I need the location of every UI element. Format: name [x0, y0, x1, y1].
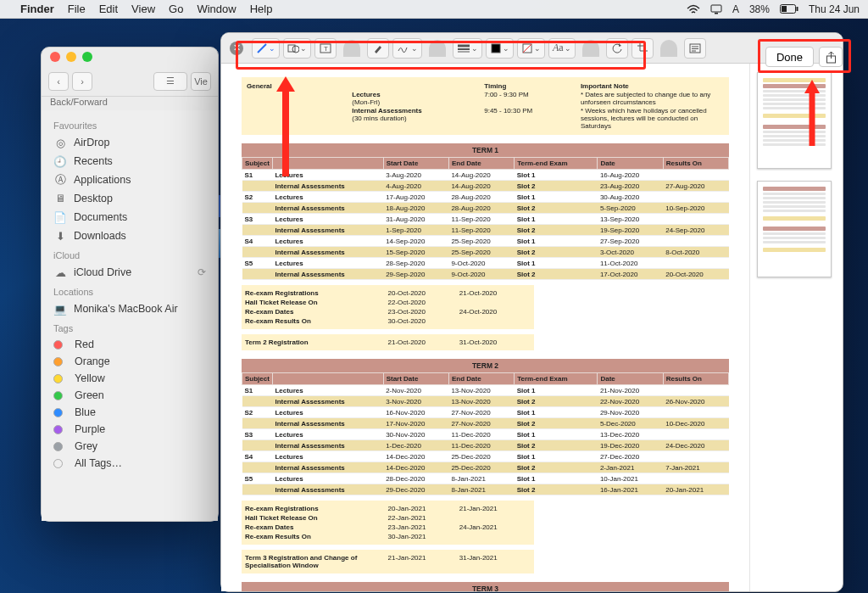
- sidebar-item-downloads[interactable]: ⬇Downloads: [42, 227, 218, 245]
- finder-window: ‹ › ☰ Vie Back/Forward Favourites ◎AirDr…: [41, 47, 219, 522]
- svg-rect-3: [782, 6, 787, 12]
- close-markup-icon[interactable]: ✕: [230, 42, 243, 55]
- font-style-icon[interactable]: Aa⌄: [548, 38, 576, 59]
- view-truncated: Vie: [191, 72, 211, 91]
- svg-point-6: [292, 46, 299, 53]
- sidebar-item-label: Red: [75, 338, 94, 350]
- menubar-clock[interactable]: Thu 24 Jun: [809, 3, 860, 15]
- events-box: Re-exam Registrations20-Jan-202121-Jan-2…: [242, 501, 534, 545]
- svg-rect-4: [796, 7, 798, 11]
- sidebar-item-recents[interactable]: 🕘Recents: [42, 152, 218, 171]
- sidebar-item-grey[interactable]: Grey: [42, 438, 218, 455]
- sidebar-item-blue[interactable]: Blue: [42, 404, 218, 421]
- finder-titlebar[interactable]: [42, 48, 218, 66]
- term-table: SubjectStart DateEnd DateTerm-end ExamDa…: [242, 157, 729, 280]
- term-registration-box: Term 3 Registration and Change of Specia…: [242, 550, 534, 573]
- sidebar-item-label: Desktop: [74, 193, 113, 204]
- sidebar-item-label: Downloads: [74, 230, 126, 242]
- sidebar-item-label: Recents: [74, 155, 113, 167]
- term-header: TERM 2: [242, 359, 729, 372]
- sidebar-item-monika-s-macbook-air[interactable]: 💻Monika's MacBook Air: [42, 299, 218, 318]
- crop-icon[interactable]: [632, 38, 654, 59]
- language-icon[interactable]: A: [732, 3, 739, 15]
- line-style-icon[interactable]: ⌄: [453, 38, 482, 59]
- docs-icon: 📄: [53, 210, 67, 224]
- tag-dot-icon: [53, 425, 63, 434]
- thumbnail-sidebar: [749, 64, 843, 591]
- rotate-icon[interactable]: [606, 38, 628, 59]
- finder-toolbar: ‹ › ☰ Vie: [42, 66, 218, 97]
- sidebar-item-icloud-drive[interactable]: ☁iCloud Drive⟳: [42, 263, 218, 282]
- term-registration-box: Term 2 Registration21-Oct-202031-Oct-202…: [242, 334, 534, 350]
- border-color-icon[interactable]: ⌄: [486, 38, 514, 59]
- battery-pct: 38%: [749, 3, 770, 15]
- menu-file[interactable]: File: [68, 3, 86, 15]
- menu-go[interactable]: Go: [169, 3, 183, 15]
- icloud-icon: ☁: [53, 266, 67, 279]
- sidebar-item-label: All Tags…: [75, 457, 122, 469]
- forward-button[interactable]: ›: [72, 72, 92, 91]
- display-icon[interactable]: [710, 4, 722, 14]
- done-button[interactable]: Done: [765, 47, 814, 67]
- sidebar-item-red[interactable]: Red: [42, 336, 218, 353]
- section-locations: Locations: [42, 282, 218, 299]
- sidebar-item-label: Yellow: [75, 372, 105, 384]
- sidebar-item-label: AirDrop: [74, 137, 109, 148]
- menu-view[interactable]: View: [131, 3, 155, 15]
- sidebar-item-yellow[interactable]: Yellow: [42, 370, 218, 387]
- sidebar-item-green[interactable]: Green: [42, 387, 218, 404]
- page-thumbnail-1[interactable]: [757, 72, 832, 169]
- battery-icon[interactable]: [780, 4, 798, 14]
- svg-text:T: T: [324, 45, 328, 53]
- highlight-tool-icon[interactable]: [367, 38, 389, 59]
- sidebar-item-label: iCloud Drive: [74, 266, 131, 278]
- view-mode-button[interactable]: ☰: [153, 72, 187, 91]
- sidebar-item-applications[interactable]: ⒶApplications: [42, 171, 218, 189]
- apps-icon: Ⓐ: [53, 173, 67, 187]
- sidebar-item-label: Grey: [75, 440, 97, 452]
- close-window-icon[interactable]: [50, 52, 60, 62]
- zoom-window-icon[interactable]: [82, 52, 92, 62]
- menu-help[interactable]: Help: [250, 3, 273, 15]
- tag-dot-icon: [53, 408, 63, 417]
- sidebar-item-all-tags-[interactable]: All Tags…: [42, 455, 218, 472]
- svg-rect-1: [715, 13, 718, 14]
- shapes-tool-icon[interactable]: ⌄: [283, 38, 311, 59]
- share-button-icon[interactable]: [819, 47, 843, 67]
- tag-dot-icon: [53, 459, 63, 468]
- recents-icon: 🕘: [53, 154, 67, 168]
- sidebar-item-label: Orange: [75, 355, 110, 367]
- sidebar-item-purple[interactable]: Purple: [42, 421, 218, 438]
- section-icloud: iCloud: [42, 245, 218, 263]
- tag-dot-icon: [53, 374, 63, 383]
- fill-color-icon[interactable]: ⌄: [517, 38, 545, 59]
- sidebar-item-documents[interactable]: 📄Documents: [42, 208, 218, 227]
- menu-edit[interactable]: Edit: [99, 3, 118, 15]
- description-icon[interactable]: [684, 38, 706, 59]
- tag-dot-icon: [53, 340, 63, 350]
- quicklook-window: ✕ ⌄ ⌄ T ⌄ ⌄ ⌄ ⌄ Aa⌄ GeneralTiming: [220, 32, 843, 592]
- text-tool-icon[interactable]: T: [314, 38, 337, 59]
- wifi-icon[interactable]: [687, 4, 700, 14]
- menu-window[interactable]: Window: [197, 3, 236, 15]
- sketch-tool-icon[interactable]: ⌄: [252, 38, 280, 59]
- back-button[interactable]: ‹: [48, 72, 69, 91]
- sidebar-item-airdrop[interactable]: ◎AirDrop: [42, 133, 218, 152]
- sign-tool-icon[interactable]: ⌄: [392, 38, 422, 59]
- page-thumbnail-2[interactable]: [757, 181, 832, 277]
- tag-dot-icon: [53, 391, 63, 400]
- app-menu[interactable]: Finder: [20, 3, 54, 15]
- sidebar-item-label: Applications: [74, 174, 131, 186]
- sidebar-item-label: Documents: [74, 211, 127, 223]
- downloads-icon: ⬇: [53, 229, 67, 243]
- sidebar-item-desktop[interactable]: 🖥Desktop: [42, 189, 218, 208]
- section-tags: Tags: [42, 318, 218, 336]
- tag-dot-icon: [53, 357, 63, 366]
- sidebar-item-orange[interactable]: Orange: [42, 353, 218, 370]
- desktop-icon: 🖥: [53, 192, 67, 205]
- document-view[interactable]: GeneralTimingImportant Note Lectures(Mon…: [221, 64, 749, 591]
- minimize-window-icon[interactable]: [66, 52, 76, 62]
- airdrop-icon: ◎: [53, 136, 67, 149]
- sidebar-item-label: Purple: [75, 423, 105, 435]
- back-forward-label: Back/Forward: [42, 97, 218, 110]
